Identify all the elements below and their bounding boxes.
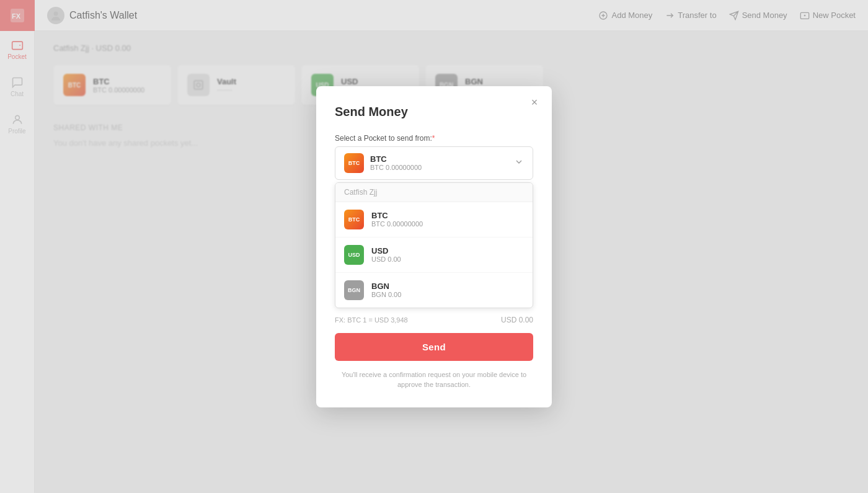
fx-amount: USD 0.00 xyxy=(501,316,533,324)
selected-pocket-icon: BTC xyxy=(344,153,364,173)
modal-title: Send Money xyxy=(335,105,533,119)
dropdown-item-usd[interactable]: USD USD USD 0.00 xyxy=(335,238,533,273)
modal-overlay: × Send Money Select a Pocket to send fro… xyxy=(0,0,868,493)
chevron-down-icon xyxy=(514,157,524,169)
dropdown-item-btc[interactable]: BTC BTC BTC 0.00000000 xyxy=(335,202,533,238)
pocket-dropdown: Catfish Zjj BTC BTC BTC 0.00000000 USD U… xyxy=(335,182,533,308)
modal-footer-note: You'll receive a confirmation request on… xyxy=(335,370,533,390)
dropdown-scroll[interactable]: BTC BTC BTC 0.00000000 USD USD USD 0.00 … xyxy=(335,202,533,308)
usd-option-icon: USD xyxy=(344,245,364,265)
bgn-option-icon: BGN xyxy=(344,280,364,300)
dropdown-header: Catfish Zjj xyxy=(335,183,533,202)
fx-row: FX: BTC 1 = USD 3,948 USD 0.00 xyxy=(335,316,533,324)
send-button[interactable]: Send xyxy=(335,333,533,361)
btc-option-icon: BTC xyxy=(344,210,364,229)
select-label: Select a Pocket to send from:* xyxy=(335,134,533,143)
close-button[interactable]: × xyxy=(527,95,542,110)
send-money-modal: × Send Money Select a Pocket to send fro… xyxy=(316,86,552,407)
dropdown-item-bgn[interactable]: BGN BGN BGN 0.00 xyxy=(335,273,533,308)
pocket-select-trigger[interactable]: BTC BTC BTC 0.00000000 xyxy=(335,146,533,180)
fx-label: FX: BTC 1 = USD 3,948 xyxy=(335,316,408,324)
